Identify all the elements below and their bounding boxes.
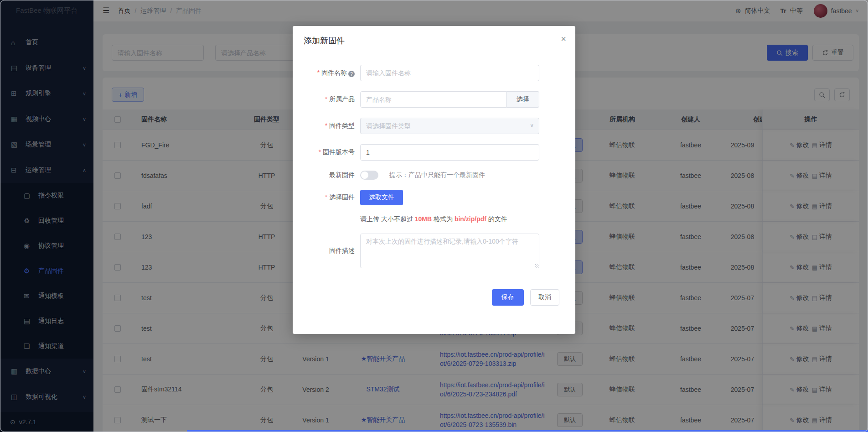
latest-firmware-toggle[interactable] (360, 171, 378, 180)
version-input[interactable] (360, 144, 539, 161)
latest-firmware-label: 最新固件 (293, 171, 360, 179)
dialog-firmware-name-input[interactable] (360, 65, 539, 81)
save-button[interactable]: 保存 (492, 289, 524, 306)
form-row-version: 固件版本号 (293, 144, 575, 161)
product-label: 所属产品 (293, 95, 360, 104)
form-row-file: 选择固件 选取文件 (293, 190, 575, 205)
upload-hint: 请上传 大小不超过 10MB 格式为 bin/zip/pdf 的文件 (360, 215, 539, 224)
form-row-firmware-name: 固件名称? (293, 65, 575, 81)
add-firmware-dialog: 添加新固件 × 固件名称? 所属产品 选择 固件类型 ∨ 固件版本号 最新固 (293, 26, 575, 334)
cancel-button[interactable]: 取消 (530, 289, 559, 306)
help-icon[interactable]: ? (348, 71, 355, 77)
description-textarea[interactable] (360, 234, 539, 268)
dialog-title: 添加新固件 (293, 26, 575, 47)
latest-firmware-hint: 提示：产品中只能有一个最新固件 (389, 171, 485, 179)
dialog-body: 固件名称? 所属产品 选择 固件类型 ∨ 固件版本号 最新固件 (293, 47, 575, 306)
form-row-firmware-type: 固件类型 ∨ (293, 118, 575, 134)
firmware-type-label: 固件类型 (293, 122, 360, 130)
form-row-description: 固件描述 (293, 234, 575, 268)
select-firmware-label: 选择固件 (293, 193, 360, 202)
form-row-product: 所属产品 选择 (293, 91, 575, 108)
form-row-upload-hint: 请上传 大小不超过 10MB 格式为 bin/zip/pdf 的文件 (293, 215, 575, 224)
firmware-type-select[interactable] (360, 118, 539, 134)
version-label: 固件版本号 (293, 148, 360, 156)
size-limit: 10MB (415, 215, 432, 223)
close-icon[interactable]: × (561, 34, 566, 43)
dialog-footer: 保存 取消 (293, 289, 575, 306)
form-row-latest: 最新固件 提示：产品中只能有一个最新固件 (293, 171, 575, 180)
firmware-name-label: 固件名称? (293, 69, 360, 78)
product-select-button[interactable]: 选择 (506, 91, 539, 108)
dialog-product-input[interactable] (360, 91, 506, 108)
horizontal-scrollbar[interactable] (187, 430, 868, 432)
description-label: 固件描述 (293, 247, 360, 255)
allowed-formats: bin/zip/pdf (455, 215, 486, 223)
choose-file-button[interactable]: 选取文件 (360, 190, 403, 205)
